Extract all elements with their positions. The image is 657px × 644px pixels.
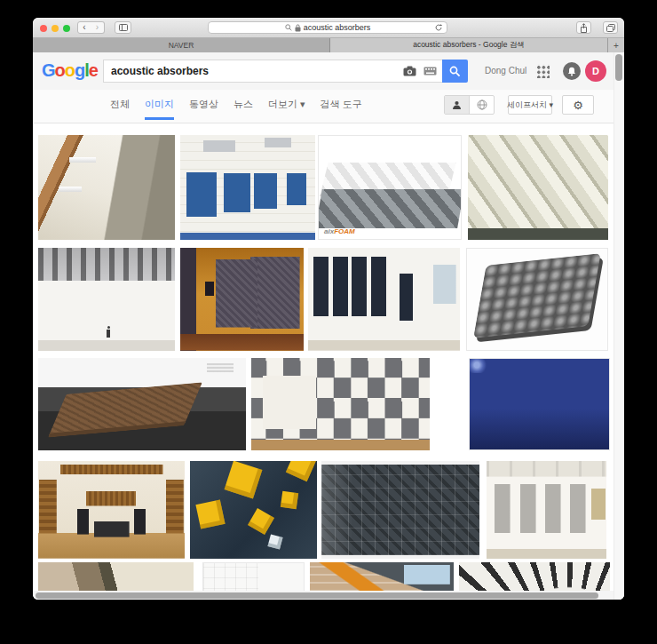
watermark-aix: aix (324, 227, 334, 235)
globe-icon (477, 99, 487, 110)
cube-shape (248, 508, 274, 535)
forward-button[interactable]: › (91, 21, 105, 34)
search-query-text: acoustic absorbers (111, 65, 396, 77)
vertical-scrollbar-track[interactable] (613, 52, 624, 600)
share-icon (580, 23, 588, 33)
search-input[interactable]: acoustic absorbers (103, 60, 442, 83)
new-tab-button[interactable]: + (607, 38, 624, 52)
person-icon (452, 100, 462, 110)
magnifier-icon (449, 66, 461, 77)
foam-sheet-shape (318, 189, 462, 228)
lock-icon (295, 24, 301, 32)
search-button[interactable] (442, 60, 468, 83)
tab-news[interactable]: 뉴스 (234, 98, 253, 111)
image-result[interactable] (251, 358, 430, 450)
cube-shape (285, 461, 315, 482)
address-bar[interactable]: acoustic absorbers (208, 21, 447, 34)
image-result[interactable] (180, 248, 304, 351)
search-row: acoustic absorbers (103, 60, 468, 83)
back-icon: ‹ (83, 23, 85, 32)
account-name[interactable]: Dong Chul (485, 66, 526, 76)
sidebar-button[interactable] (115, 21, 131, 34)
back-button[interactable]: ‹ (77, 21, 91, 34)
zoom-window-button[interactable] (63, 25, 70, 32)
minimize-window-button[interactable] (51, 25, 59, 32)
image-result[interactable] (180, 135, 315, 240)
vertical-scrollbar-thumb[interactable] (615, 54, 622, 81)
sidebar-icon (119, 24, 128, 31)
results-nav: 전체 이미지 동영상 뉴스 더보기 ▾ 검색 도구 세이프서치 ▾ ⚙ (33, 90, 624, 123)
image-result[interactable] (469, 358, 610, 450)
share-button[interactable] (576, 21, 591, 34)
tab-all[interactable]: 전체 (110, 98, 130, 111)
logo-letter: e (89, 60, 98, 80)
forward-icon: › (96, 23, 99, 32)
notifications-button[interactable] (563, 62, 581, 80)
image-result[interactable] (321, 461, 479, 559)
person-view-button[interactable] (445, 96, 470, 114)
tab-google-search[interactable]: acoustic absorbers - Google 검색 (330, 38, 607, 52)
gear-icon: ⚙ (573, 99, 583, 112)
avatar-letter: D (592, 66, 599, 76)
globe-view-button[interactable] (470, 96, 494, 114)
watermark-foam: FOAM (334, 227, 355, 235)
image-result[interactable]: aixFOAM (318, 135, 462, 240)
watermark-logo-shape (207, 363, 234, 371)
image-result[interactable] (38, 358, 246, 450)
close-window-button[interactable] (40, 25, 47, 32)
foam-shape (473, 253, 600, 338)
logo-letter: G (42, 60, 55, 80)
logo-letter: o (55, 60, 65, 80)
safesearch-label: 세이프서치 ▾ (507, 99, 553, 111)
image-result[interactable] (308, 248, 460, 351)
tab-naver[interactable]: NAVER (33, 38, 330, 52)
camera-search-icon[interactable] (403, 66, 416, 76)
page-content: Google acoustic absorbers Dong Chul D 전체… (33, 52, 624, 600)
keyboard-icon[interactable] (423, 67, 437, 76)
settings-button[interactable]: ⚙ (562, 95, 594, 115)
cube-shape (224, 461, 262, 499)
safari-window: ‹ › acoustic absorbers NAVER acoustic ab… (33, 18, 624, 600)
logo-letter: o (65, 60, 75, 80)
image-result[interactable] (466, 248, 608, 351)
image-result[interactable] (38, 461, 185, 559)
bell-icon (567, 67, 576, 76)
view-toggle-group (444, 95, 495, 115)
cube-shape (281, 491, 298, 509)
avatar[interactable]: D (585, 60, 606, 82)
search-icon (285, 24, 292, 31)
board-shape (48, 383, 202, 438)
image-result[interactable] (468, 135, 608, 240)
tab-overview-icon (606, 24, 615, 32)
nav-tabs: 전체 이미지 동영상 뉴스 더보기 ▾ 검색 도구 (110, 98, 362, 111)
image-result[interactable] (487, 461, 606, 559)
tab-bar: NAVER acoustic absorbers - Google 검색 + (33, 38, 624, 52)
tab-more[interactable]: 더보기 ▾ (268, 98, 305, 111)
logo-letter: g (75, 60, 84, 80)
title-bar: ‹ › acoustic absorbers (33, 18, 624, 38)
tab-images[interactable]: 이미지 (145, 98, 174, 111)
tab-videos[interactable]: 동영상 (189, 98, 218, 111)
image-result[interactable] (190, 461, 317, 559)
horizontal-scrollbar-thumb[interactable] (36, 592, 598, 599)
tab-overview-button[interactable] (603, 21, 618, 34)
horizontal-scrollbar-track[interactable] (33, 591, 624, 600)
google-logo[interactable]: Google (42, 60, 98, 81)
image-result[interactable] (38, 135, 175, 240)
image-result[interactable] (38, 248, 175, 351)
address-text: acoustic absorbers (304, 23, 371, 32)
safesearch-button[interactable]: 세이프서치 ▾ (508, 95, 552, 115)
plus-icon: + (613, 41, 619, 51)
cube-shape (267, 534, 282, 549)
cube-shape (195, 500, 225, 529)
tab-search-tools[interactable]: 검색 도구 (321, 98, 362, 111)
reload-button[interactable] (434, 23, 443, 32)
tab-naver-label: NAVER (169, 41, 194, 50)
apps-grid-icon[interactable] (535, 64, 550, 78)
person-silhouette (107, 330, 110, 338)
tab-google-search-label: acoustic absorbers - Google 검색 (413, 40, 525, 51)
watermark: aixFOAM (324, 227, 355, 235)
google-header: Google acoustic absorbers Dong Chul D (33, 52, 624, 91)
